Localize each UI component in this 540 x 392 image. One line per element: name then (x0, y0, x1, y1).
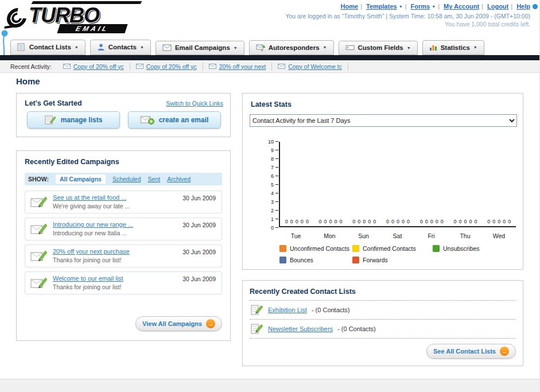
chart-value-label: 0 (503, 219, 506, 224)
tab-archived[interactable]: Archived (167, 176, 191, 183)
nav-tab-label: Custom Fields (358, 44, 403, 51)
page-title: Home (16, 76, 40, 86)
header-link-help[interactable]: Help (516, 3, 530, 10)
header-link-forms[interactable]: Forms (411, 3, 430, 10)
nav-tab-email-campaigns[interactable]: Email Campaigns▼ (156, 41, 244, 55)
recent-activity-item[interactable]: Copy of Welcome tc (272, 63, 348, 71)
chart-value-label: 0 (469, 219, 472, 224)
contact-list-link[interactable]: Exhibition List (268, 306, 307, 313)
recent-activity-link[interactable]: Copy of 20% off yc (73, 63, 124, 70)
campaign-title-link[interactable]: Welcome to our email list (53, 275, 123, 282)
chart-day-group: 00000 (280, 142, 314, 226)
separator: | (360, 3, 362, 10)
campaign-title-link[interactable]: See us at the retail food ... (53, 194, 126, 201)
nav-tab-contact-lists[interactable]: Contact Lists▼ (10, 40, 86, 55)
chart-value-label: 0 (386, 219, 389, 224)
campaign-envelope-pencil-icon (30, 223, 48, 236)
tab-all-campaigns[interactable]: All Campaigns (56, 174, 106, 184)
create-email-button[interactable]: create an email (128, 111, 221, 129)
y-tick-label: 0 (263, 224, 278, 231)
chart-value-label: 0 (335, 219, 337, 224)
chart-value-label: 0 (363, 219, 366, 224)
chart-value-label: 0 (373, 219, 376, 224)
get-started-panel: Let's Get Started Switch to Quick Links … (16, 93, 231, 137)
header-link-logout[interactable]: Logout (487, 3, 508, 10)
envelope-icon (278, 64, 285, 69)
tab-scheduled[interactable]: Scheduled (112, 176, 141, 183)
header-links: Home| Templates ▼| Forms ▼| My Account| … (341, 3, 530, 10)
campaign-date: 30 Jun 2009 (182, 275, 216, 282)
chevron-down-icon: ▼ (432, 5, 436, 9)
chart-day-group: 00000 (381, 142, 415, 226)
stats-period-select[interactable]: Contact Activity for the Last 7 Days (250, 114, 517, 127)
stats-chart: 109876543210 000000000000000000000000000… (263, 142, 516, 227)
chart-value-label: 0 (425, 219, 428, 224)
switch-quick-links-link[interactable]: Switch to Quick Links (166, 100, 223, 107)
logo-subtitle: EMAIL (57, 24, 127, 33)
chart-y-axis: 109876543210 (263, 138, 278, 231)
nav-tab-custom-fields[interactable]: Custom Fields▼ (339, 41, 418, 55)
chart-day-group: 00000 (314, 142, 348, 226)
recent-activity-item[interactable]: Copy of 20% off yc (130, 63, 203, 71)
email-campaigns-icon (162, 44, 172, 51)
tab-sent[interactable]: Sent (148, 176, 161, 183)
chart-value-label: 0 (368, 219, 371, 224)
y-tick-label: 10 (263, 138, 278, 145)
chart-day-group: 00000 (415, 142, 449, 226)
view-all-campaigns-button[interactable]: View All Campaigns → (135, 316, 222, 331)
x-axis-label: Tue (279, 232, 313, 239)
chart-value-label: 0 (402, 219, 405, 224)
recent-activity-link[interactable]: Copy of Welcome tc (288, 63, 342, 70)
manage-lists-button[interactable]: manage lists (27, 111, 120, 129)
see-all-contact-lists-button[interactable]: See All Contact Lists → (426, 344, 516, 359)
arrow-right-icon: → (206, 319, 215, 328)
chart-value-label: 0 (319, 219, 322, 224)
chart-value-label: 0 (420, 219, 423, 224)
logo: TURBO EMAIL (3, 1, 158, 34)
campaign-row: Introducing our new range ... Introducin… (25, 218, 222, 240)
view-all-campaigns-label: View All Campaigns (142, 320, 202, 327)
show-label: SHOW: (28, 176, 49, 183)
y-tick-label: 8 (263, 156, 278, 162)
campaign-title-link[interactable]: 20% off your next purchase (53, 248, 130, 255)
header-link-templates[interactable]: Templates (366, 3, 397, 10)
chart-value-label: 0 (324, 219, 327, 224)
campaign-subtitle: Thanks for joining our list! (53, 257, 217, 263)
nav-tab-contacts[interactable]: Contacts▼ (90, 40, 151, 55)
create-email-label: create an email (159, 116, 209, 124)
recent-activity-item[interactable]: 20% off your next (203, 63, 273, 71)
legend-swatch-icon (279, 245, 286, 252)
chart-value-label: 0 (436, 219, 438, 224)
header-link-my-account[interactable]: My Account (444, 3, 479, 10)
y-tick-label: 2 (263, 207, 278, 214)
recent-activity-bar: Recent Activity: Copy of 20% off yc Copy… (0, 60, 539, 73)
chart-day-group: 00000 (482, 142, 516, 226)
chart-value-label: 0 (296, 219, 298, 224)
x-axis-label: Thu (448, 232, 482, 239)
x-axis-label: Sun (347, 232, 380, 239)
campaign-row: 20% off your next purchase Thanks for jo… (25, 244, 222, 267)
chart-value-label: 0 (498, 219, 500, 224)
chart-value-label: 0 (464, 219, 467, 224)
campaign-date: 30 Jun 2009 (182, 195, 216, 201)
chart-day-group: 00000 (347, 142, 381, 226)
legend-item: Unconfirmed Contacts (279, 245, 352, 252)
contact-list-link[interactable]: Newsletter Subscribers (268, 325, 333, 332)
nav-tab-statistics[interactable]: Statistics▼ (422, 40, 484, 55)
footer-strip (0, 379, 539, 392)
recent-activity-link[interactable]: 20% off your next (219, 63, 266, 70)
campaign-title-link[interactable]: Introducing our new range ... (53, 221, 133, 228)
header-link-home[interactable]: Home (341, 3, 359, 10)
see-all-contact-lists-label: See All Contact Lists (433, 348, 496, 355)
chart-value-label: 0 (441, 219, 444, 224)
nav-tab-autoresponders[interactable]: Autoresponders▼ (249, 40, 334, 55)
campaign-date: 30 Jun 2009 (182, 249, 216, 255)
recent-activity-link[interactable]: Copy of 20% off yc (146, 63, 197, 70)
legend-item: Forwards (352, 257, 433, 263)
contact-list-count: - (0 Contacts) (312, 306, 350, 313)
contact-lists-icon (17, 43, 26, 51)
campaign-envelope-pencil-icon (30, 250, 48, 263)
campaign-envelope-pencil-icon (30, 196, 48, 209)
help-icon[interactable] (533, 4, 538, 9)
recent-activity-item[interactable]: Copy of 20% off yc (57, 63, 130, 71)
